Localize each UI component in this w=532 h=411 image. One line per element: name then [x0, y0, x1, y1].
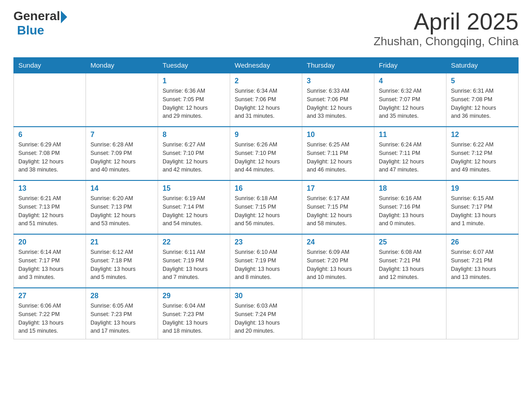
calendar-cell-w3-d3: 15Sunrise: 6:19 AM Sunset: 7:14 PM Dayli…: [158, 180, 230, 234]
calendar-cell-w2-d2: 7Sunrise: 6:28 AM Sunset: 7:09 PM Daylig…: [86, 127, 158, 180]
calendar-cell-w4-d1: 20Sunrise: 6:14 AM Sunset: 7:17 PM Dayli…: [14, 234, 86, 288]
day-info: Sunrise: 6:25 AM Sunset: 7:11 PM Dayligh…: [307, 141, 369, 174]
day-info: Sunrise: 6:20 AM Sunset: 7:13 PM Dayligh…: [90, 194, 153, 228]
day-number: 25: [379, 238, 442, 246]
day-number: 11: [379, 131, 442, 139]
logo-text-general: General: [13, 9, 60, 23]
day-info: Sunrise: 6:19 AM Sunset: 7:14 PM Dayligh…: [163, 194, 225, 228]
page-header: General Blue April 2025 Zhushan, Chongqi…: [13, 9, 519, 48]
header-monday: Monday: [86, 58, 158, 73]
calendar-cell-w1-d2: [86, 73, 158, 127]
day-number: 30: [235, 292, 297, 300]
day-number: 8: [163, 131, 225, 139]
calendar-cell-w1-d5: 3Sunrise: 6:33 AM Sunset: 7:06 PM Daylig…: [302, 73, 374, 127]
header-tuesday: Tuesday: [158, 58, 230, 73]
day-info: Sunrise: 6:05 AM Sunset: 7:23 PM Dayligh…: [90, 302, 153, 335]
calendar-cell-w5-d1: 27Sunrise: 6:06 AM Sunset: 7:22 PM Dayli…: [14, 288, 86, 339]
calendar-cell-w2-d4: 9Sunrise: 6:26 AM Sunset: 7:10 PM Daylig…: [230, 127, 302, 180]
day-number: 29: [163, 292, 225, 300]
day-info: Sunrise: 6:24 AM Sunset: 7:11 PM Dayligh…: [379, 141, 442, 174]
day-info: Sunrise: 6:31 AM Sunset: 7:08 PM Dayligh…: [451, 87, 514, 120]
calendar-cell-w4-d3: 22Sunrise: 6:11 AM Sunset: 7:19 PM Dayli…: [158, 234, 230, 288]
calendar-cell-w1-d3: 1Sunrise: 6:36 AM Sunset: 7:05 PM Daylig…: [158, 73, 230, 127]
day-number: 3: [307, 77, 369, 85]
calendar-cell-w2-d1: 6Sunrise: 6:29 AM Sunset: 7:08 PM Daylig…: [14, 127, 86, 180]
day-info: Sunrise: 6:22 AM Sunset: 7:12 PM Dayligh…: [451, 141, 514, 174]
week-row-1: 1Sunrise: 6:36 AM Sunset: 7:05 PM Daylig…: [14, 73, 519, 127]
day-info: Sunrise: 6:26 AM Sunset: 7:10 PM Dayligh…: [235, 141, 297, 174]
calendar-cell-w5-d5: [302, 288, 374, 339]
calendar-cell-w1-d7: 5Sunrise: 6:31 AM Sunset: 7:08 PM Daylig…: [446, 73, 519, 127]
calendar-cell-w3-d2: 14Sunrise: 6:20 AM Sunset: 7:13 PM Dayli…: [86, 180, 158, 234]
header-sunday: Sunday: [14, 58, 86, 73]
title-block: April 2025 Zhushan, Chongqing, China: [373, 9, 519, 48]
calendar-header: SundayMondayTuesdayWednesdayThursdayFrid…: [14, 58, 519, 73]
calendar-cell-w4-d2: 21Sunrise: 6:12 AM Sunset: 7:18 PM Dayli…: [86, 234, 158, 288]
day-info: Sunrise: 6:12 AM Sunset: 7:18 PM Dayligh…: [90, 248, 153, 282]
day-number: 7: [90, 131, 153, 139]
header-thursday: Thursday: [302, 58, 374, 73]
calendar-cell-w5-d3: 29Sunrise: 6:04 AM Sunset: 7:23 PM Dayli…: [158, 288, 230, 339]
calendar-cell-w3-d5: 17Sunrise: 6:17 AM Sunset: 7:15 PM Dayli…: [302, 180, 374, 234]
day-number: 18: [379, 184, 442, 193]
day-info: Sunrise: 6:34 AM Sunset: 7:06 PM Dayligh…: [235, 87, 297, 120]
week-row-5: 27Sunrise: 6:06 AM Sunset: 7:22 PM Dayli…: [14, 288, 519, 339]
day-number: 20: [18, 238, 81, 246]
header-wednesday: Wednesday: [230, 58, 302, 73]
calendar-cell-w4-d5: 24Sunrise: 6:09 AM Sunset: 7:20 PM Dayli…: [302, 234, 374, 288]
calendar-table: SundayMondayTuesdayWednesdayThursdayFrid…: [13, 57, 519, 339]
day-info: Sunrise: 6:36 AM Sunset: 7:05 PM Dayligh…: [163, 87, 225, 120]
calendar-cell-w5-d4: 30Sunrise: 6:03 AM Sunset: 7:24 PM Dayli…: [230, 288, 302, 339]
calendar-cell-w1-d6: 4Sunrise: 6:32 AM Sunset: 7:07 PM Daylig…: [374, 73, 446, 127]
day-number: 23: [235, 238, 297, 246]
calendar-cell-w1-d1: [14, 73, 86, 127]
day-info: Sunrise: 6:03 AM Sunset: 7:24 PM Dayligh…: [235, 302, 297, 335]
day-info: Sunrise: 6:11 AM Sunset: 7:19 PM Dayligh…: [163, 248, 225, 282]
day-info: Sunrise: 6:06 AM Sunset: 7:22 PM Dayligh…: [18, 302, 81, 335]
day-number: 2: [235, 77, 297, 85]
day-number: 6: [18, 131, 81, 139]
day-info: Sunrise: 6:15 AM Sunset: 7:17 PM Dayligh…: [451, 194, 514, 228]
day-number: 13: [18, 184, 81, 193]
day-number: 10: [307, 131, 369, 139]
calendar-cell-w5-d6: [374, 288, 446, 339]
week-row-4: 20Sunrise: 6:14 AM Sunset: 7:17 PM Dayli…: [14, 234, 519, 288]
header-friday: Friday: [374, 58, 446, 73]
calendar-cell-w1-d4: 2Sunrise: 6:34 AM Sunset: 7:06 PM Daylig…: [230, 73, 302, 127]
day-info: Sunrise: 6:27 AM Sunset: 7:10 PM Dayligh…: [163, 141, 225, 174]
day-number: 16: [235, 184, 297, 193]
day-number: 4: [379, 77, 442, 85]
day-number: 26: [451, 238, 514, 246]
calendar-title: April 2025: [373, 9, 519, 34]
day-number: 14: [90, 184, 153, 193]
day-info: Sunrise: 6:28 AM Sunset: 7:09 PM Dayligh…: [90, 141, 153, 174]
day-number: 12: [451, 131, 514, 139]
calendar-cell-w3-d1: 13Sunrise: 6:21 AM Sunset: 7:13 PM Dayli…: [14, 180, 86, 234]
day-info: Sunrise: 6:14 AM Sunset: 7:17 PM Dayligh…: [18, 248, 81, 282]
day-number: 17: [307, 184, 369, 193]
calendar-cell-w2-d3: 8Sunrise: 6:27 AM Sunset: 7:10 PM Daylig…: [158, 127, 230, 180]
logo-arrow-icon: [61, 11, 67, 23]
calendar-cell-w2-d5: 10Sunrise: 6:25 AM Sunset: 7:11 PM Dayli…: [302, 127, 374, 180]
header-row: SundayMondayTuesdayWednesdayThursdayFrid…: [14, 58, 519, 73]
calendar-subtitle: Zhushan, Chongqing, China: [373, 34, 519, 48]
calendar-cell-w3-d4: 16Sunrise: 6:18 AM Sunset: 7:15 PM Dayli…: [230, 180, 302, 234]
day-info: Sunrise: 6:21 AM Sunset: 7:13 PM Dayligh…: [18, 194, 81, 228]
week-row-3: 13Sunrise: 6:21 AM Sunset: 7:13 PM Dayli…: [14, 180, 519, 234]
calendar-cell-w4-d7: 26Sunrise: 6:07 AM Sunset: 7:21 PM Dayli…: [446, 234, 519, 288]
day-number: 9: [235, 131, 297, 139]
logo-text-blue: Blue: [17, 23, 44, 37]
day-number: 22: [163, 238, 225, 246]
day-number: 5: [451, 77, 514, 85]
calendar-cell-w4-d4: 23Sunrise: 6:10 AM Sunset: 7:19 PM Dayli…: [230, 234, 302, 288]
day-info: Sunrise: 6:07 AM Sunset: 7:21 PM Dayligh…: [451, 248, 514, 282]
day-info: Sunrise: 6:17 AM Sunset: 7:15 PM Dayligh…: [307, 194, 369, 228]
day-number: 21: [90, 238, 153, 246]
day-number: 24: [307, 238, 369, 246]
calendar-cell-w2-d7: 12Sunrise: 6:22 AM Sunset: 7:12 PM Dayli…: [446, 127, 519, 180]
day-info: Sunrise: 6:29 AM Sunset: 7:08 PM Dayligh…: [18, 141, 81, 174]
calendar-cell-w3-d7: 19Sunrise: 6:15 AM Sunset: 7:17 PM Dayli…: [446, 180, 519, 234]
day-info: Sunrise: 6:08 AM Sunset: 7:21 PM Dayligh…: [379, 248, 442, 282]
day-number: 28: [90, 292, 153, 300]
day-info: Sunrise: 6:09 AM Sunset: 7:20 PM Dayligh…: [307, 248, 369, 282]
